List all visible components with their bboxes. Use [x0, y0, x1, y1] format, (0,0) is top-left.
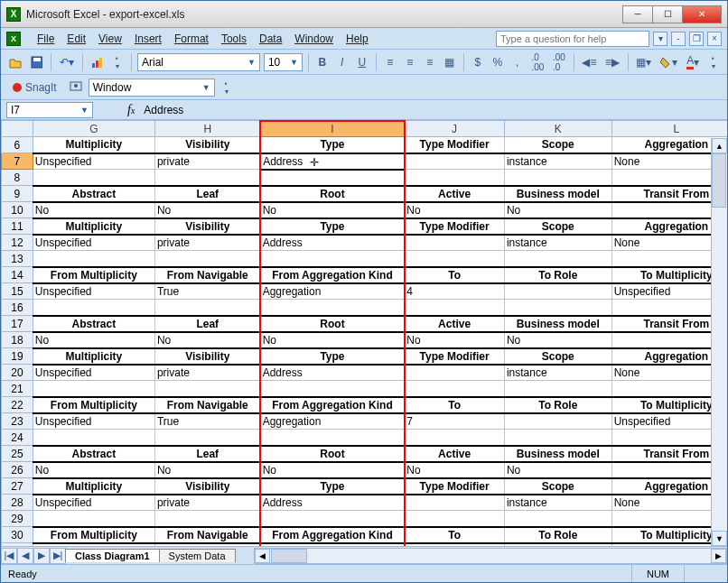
cell-I20[interactable]: Address: [260, 365, 405, 381]
cell-G27[interactable]: Multiplicity: [33, 478, 154, 495]
vertical-scrollbar[interactable]: ▲ ▼: [711, 138, 727, 546]
scroll-up-button[interactable]: ▲: [712, 138, 727, 153]
tab-prev-button[interactable]: ◀: [17, 548, 33, 564]
cell-G7[interactable]: Unspecified: [33, 153, 154, 170]
cell-J14[interactable]: To: [405, 267, 505, 283]
cell-I18[interactable]: No: [260, 332, 405, 348]
name-box[interactable]: I7 ▼: [6, 102, 93, 118]
cell-H19[interactable]: Visibility: [154, 348, 260, 365]
cell-K12[interactable]: instance: [504, 235, 611, 251]
cell-L20[interactable]: None: [611, 365, 727, 381]
cell-H10[interactable]: No: [154, 202, 260, 218]
cell-L31[interactable]: Unspecified: [611, 543, 727, 547]
cell-J17[interactable]: Active: [405, 316, 505, 332]
row-header-20[interactable]: 20: [2, 365, 33, 381]
cell-J19[interactable]: Type Modifier: [405, 348, 505, 365]
cell-K6[interactable]: Scope: [504, 137, 611, 153]
snagit-overflow-button[interactable]: ▪▾: [219, 79, 235, 97]
select-all-corner[interactable]: [2, 121, 33, 137]
workbook-icon[interactable]: X: [6, 32, 21, 46]
cell-I12[interactable]: Address: [260, 235, 405, 251]
cell-L26[interactable]: [611, 462, 727, 478]
help-dropdown-button[interactable]: ▾: [653, 32, 667, 46]
tab-next-button[interactable]: ▶: [33, 548, 50, 564]
comma-button[interactable]: ,: [509, 53, 526, 71]
formula-value[interactable]: Address: [144, 104, 183, 116]
col-header-G[interactable]: G: [33, 121, 154, 137]
cell-K14[interactable]: To Role: [504, 267, 611, 283]
tab-first-button[interactable]: |◀: [1, 548, 17, 564]
cell-G30[interactable]: From Multiplicity: [33, 527, 154, 543]
cell-K13[interactable]: [504, 251, 611, 267]
cell-L15[interactable]: Unspecified: [611, 283, 727, 300]
cell-G20[interactable]: Unspecified: [33, 365, 154, 381]
cell-L27[interactable]: Aggregation: [611, 478, 727, 495]
cell-L11[interactable]: Aggregation: [611, 218, 727, 235]
cell-G22[interactable]: From Multiplicity: [33, 397, 154, 413]
cell-K25[interactable]: Business model: [504, 446, 611, 462]
cell-J26[interactable]: No: [405, 462, 505, 478]
cell-K29[interactable]: [504, 511, 611, 527]
cell-L18[interactable]: [611, 332, 727, 348]
row-header-23[interactable]: 23: [2, 413, 33, 430]
cell-I23[interactable]: Aggregation: [260, 413, 405, 430]
cell-K31[interactable]: [504, 543, 611, 547]
cell-H12[interactable]: private: [154, 235, 260, 251]
cell-G25[interactable]: Abstract: [33, 446, 154, 462]
col-header-L[interactable]: L: [611, 121, 727, 137]
cell-J22[interactable]: To: [405, 397, 505, 413]
row-header-8[interactable]: 8: [2, 170, 33, 186]
cell-L22[interactable]: To Multiplicity: [611, 397, 727, 413]
col-header-J[interactable]: J: [405, 121, 505, 137]
increase-indent-button[interactable]: ≡▶: [602, 53, 622, 71]
cell-K8[interactable]: [504, 170, 611, 186]
cell-I8[interactable]: [260, 170, 405, 186]
cell-H25[interactable]: Leaf: [154, 446, 260, 462]
sheet-tab-active[interactable]: Class Diagram1: [65, 549, 160, 562]
cell-K27[interactable]: Scope: [504, 478, 611, 495]
cell-J21[interactable]: [405, 381, 505, 397]
scroll-thumb[interactable]: [271, 549, 307, 563]
cell-J12[interactable]: [405, 235, 505, 251]
row-header-26[interactable]: 26: [2, 462, 33, 478]
cell-I30[interactable]: From Aggregation Kind: [260, 527, 405, 543]
row-header-21[interactable]: 21: [2, 381, 33, 397]
increase-decimal-button[interactable]: .0.00: [529, 53, 546, 71]
row-header-24[interactable]: 24: [2, 430, 33, 446]
menu-window[interactable]: Window: [294, 32, 333, 45]
bold-button[interactable]: B: [314, 53, 331, 71]
cell-K28[interactable]: instance: [504, 495, 611, 511]
cell-H26[interactable]: No: [154, 462, 260, 478]
cell-G29[interactable]: [33, 511, 154, 527]
underline-button[interactable]: U: [354, 53, 370, 71]
snagit-settings-button[interactable]: [67, 79, 85, 97]
cell-J18[interactable]: No: [405, 332, 505, 348]
cell-I16[interactable]: [260, 300, 405, 316]
row-header-27[interactable]: 27: [2, 478, 33, 495]
col-header-K[interactable]: K: [504, 121, 611, 137]
cell-I27[interactable]: Type: [260, 478, 405, 495]
cell-I6[interactable]: Type: [260, 137, 405, 153]
cell-G26[interactable]: No: [33, 462, 154, 478]
cell-H7[interactable]: private: [154, 153, 260, 170]
cell-L21[interactable]: [611, 381, 727, 397]
snagit-button[interactable]: SnagIt: [6, 79, 63, 97]
scroll-left-button[interactable]: ◀: [255, 549, 270, 563]
cell-I21[interactable]: [260, 381, 405, 397]
cell-H16[interactable]: [154, 300, 260, 316]
cell-J25[interactable]: Active: [405, 446, 505, 462]
align-right-button[interactable]: ≡: [422, 53, 438, 71]
cell-K17[interactable]: Business model: [504, 316, 611, 332]
tab-last-button[interactable]: ▶|: [50, 548, 66, 564]
cell-G21[interactable]: [33, 381, 154, 397]
cell-L29[interactable]: [611, 511, 727, 527]
scroll-thumb[interactable]: [712, 153, 726, 208]
cell-J6[interactable]: Type Modifier: [405, 137, 505, 153]
cell-J16[interactable]: [405, 300, 505, 316]
cell-J15[interactable]: 4: [405, 283, 505, 300]
cell-J9[interactable]: Active: [405, 186, 505, 202]
row-header-16[interactable]: 16: [2, 300, 33, 316]
cell-K23[interactable]: [504, 413, 611, 430]
row-header-31[interactable]: 31: [2, 543, 33, 547]
help-search-input[interactable]: [496, 31, 649, 47]
